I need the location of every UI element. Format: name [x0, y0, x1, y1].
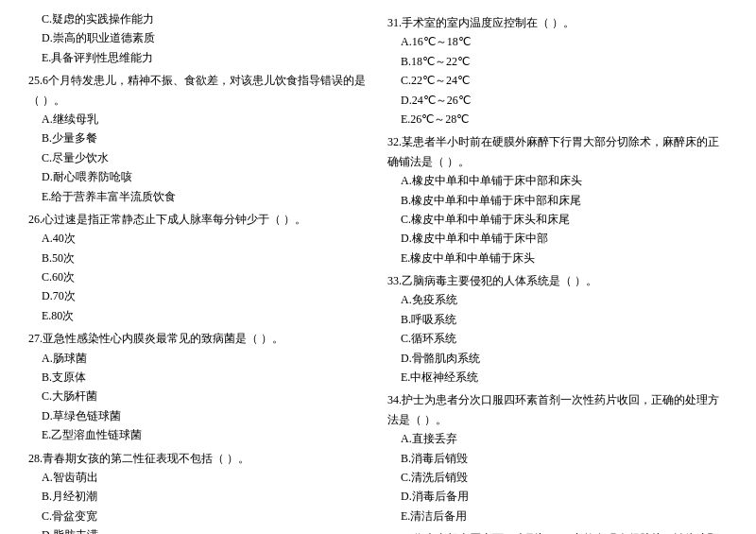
option: C.疑虑的实践操作能力 — [28, 9, 369, 28]
option: E.给于营养丰富半流质饮食 — [28, 187, 369, 206]
option-text: A.继续母乳 — [42, 112, 98, 126]
option-text: C.大肠杆菌 — [42, 389, 97, 403]
question-number: 26.心过速是指正常静态止下成人脉率每分钟少于（ ）。 — [28, 213, 306, 226]
option-text: C.循环系统 — [401, 332, 456, 345]
option: A.40次 — [28, 229, 369, 248]
question: 25.6个月特发患儿，精神不振、食欲差，对该患儿饮食指导错误的是（ ）。 — [28, 71, 369, 110]
option-text: D.24℃～26℃ — [401, 94, 471, 107]
option: A.直接丢弃 — [387, 429, 728, 448]
option-text: E.26℃～28℃ — [401, 112, 469, 126]
option-text: B.消毒后销毁 — [401, 452, 468, 465]
option: C.22℃～24℃ — [387, 71, 728, 90]
option-text: B.50次 — [42, 251, 75, 265]
option: B.橡皮中单和中单铺于床中部和床尾 — [387, 191, 728, 210]
option-text: A.直接丢弃 — [401, 432, 457, 445]
option: A.橡皮中单和中单铺于床中部和床头 — [387, 171, 728, 190]
option-text: D.崇高的职业道德素质 — [42, 31, 155, 44]
option-text: C.60次 — [42, 270, 75, 284]
option: E.乙型溶血性链球菌 — [28, 425, 369, 444]
option: B.少量多餐 — [28, 129, 369, 147]
option-text: D.70次 — [42, 289, 76, 302]
option-text: A.橡皮中单和中单铺于床中部和床头 — [401, 174, 582, 187]
option: D.70次 — [28, 286, 369, 305]
option-text: D.脂肪丰满 — [42, 528, 98, 534]
option-text: E.中枢神经系统 — [401, 370, 478, 384]
question-number: 34.护士为患者分次口服四环素首剂一次性药片收回，正确的处理方法是（ ）。 — [387, 393, 719, 425]
option: A.智齿萌出 — [28, 468, 369, 487]
option: B.50次 — [28, 249, 369, 267]
option: D.24℃～26℃ — [387, 91, 728, 110]
question: 28.青春期女孩的第二性征表现不包括（ ）。 — [28, 449, 369, 468]
option-text: C.尽量少饮水 — [42, 151, 109, 164]
option: C.60次 — [28, 267, 369, 286]
question: 33.乙脑病毒主要侵犯的人体系统是（ ）。 — [387, 271, 728, 290]
option: E.中枢神经系统 — [387, 368, 728, 387]
option: B.月经初潮 — [28, 487, 369, 506]
question: 31.手术室的室内温度应控制在（ ）。 — [387, 13, 728, 32]
option: C.清洗后销毁 — [387, 468, 728, 487]
option-text: B.支原体 — [42, 370, 86, 384]
option: C.橡皮中单和中单铺于床头和床尾 — [387, 210, 728, 229]
question: 35.一位患者想去买东西，走到门口，突然发现人很脏挤，认为这预示着自己要大难临头… — [387, 529, 728, 534]
option-text: B.橡皮中单和中单铺于床中部和床尾 — [401, 194, 581, 207]
option-text: D.耐心喂养防呛咳 — [42, 170, 132, 183]
option-text: D.骨骼肌肉系统 — [401, 352, 480, 365]
question: 32.某患者半小时前在硬膜外麻醉下行胃大部分切除术，麻醉床的正确铺法是（ ）。 — [387, 132, 728, 171]
option: B.消毒后销毁 — [387, 449, 728, 468]
question-number: 31.手术室的室内温度应控制在（ ）。 — [387, 16, 575, 29]
option-text: D.橡皮中单和中单铺于床中部 — [401, 232, 548, 245]
option-text: E.清洁后备用 — [401, 509, 467, 523]
option: A.继续母乳 — [28, 110, 369, 129]
option-text: C.疑虑的实践操作能力 — [42, 12, 154, 26]
option-text: E.给于营养丰富半流质饮食 — [42, 190, 176, 203]
question-number: 27.亚急性感染性心内膜炎最常见的致病菌是（ ）。 — [28, 332, 284, 345]
option: D.脂肪丰满 — [28, 525, 369, 534]
option-text: C.骨盆变宽 — [42, 509, 97, 523]
option: B.18℃～22℃ — [387, 52, 728, 71]
option-text: B.18℃～22℃ — [401, 55, 470, 68]
right-column: 31.手术室的室内温度应控制在（ ）。A.16℃～18℃B.18℃～22℃C.2… — [387, 9, 728, 534]
option: E.26℃～28℃ — [387, 110, 728, 129]
option-text: A.免疫系统 — [401, 293, 457, 306]
question: 34.护士为患者分次口服四环素首剂一次性药片收回，正确的处理方法是（ ）。 — [387, 390, 728, 429]
option: B.呼吸系统 — [387, 310, 728, 329]
page-container: C.疑虑的实践操作能力D.崇高的职业道德素质E.具备评判性思维能力25.6个月特… — [28, 9, 728, 534]
question: 26.心过速是指正常静态止下成人脉率每分钟少于（ ）。 — [28, 210, 369, 229]
question-number: 25.6个月特发患儿，精神不振、食欲差，对该患儿饮食指导错误的是（ ）。 — [28, 74, 366, 106]
option: D.草绿色链球菌 — [28, 406, 369, 425]
option: C.循环系统 — [387, 329, 728, 348]
option-text: E.80次 — [42, 309, 74, 322]
option: E.具备评判性思维能力 — [28, 48, 369, 67]
option: D.耐心喂养防呛咳 — [28, 167, 369, 186]
option-text: B.呼吸系统 — [401, 313, 456, 326]
option-text: A.40次 — [42, 232, 76, 245]
question-number: 33.乙脑病毒主要侵犯的人体系统是（ ）。 — [387, 274, 597, 287]
option: E.橡皮中单和中单铺于床头 — [387, 249, 728, 267]
option-text: D.草绿色链球菌 — [42, 409, 121, 422]
option-text: A.16℃～18℃ — [401, 35, 471, 48]
option-text: B.少量多餐 — [42, 131, 97, 145]
option-text: E.具备评判性思维能力 — [42, 51, 153, 64]
option-text: D.消毒后备用 — [401, 490, 469, 503]
option-text: E.乙型溶血性链球菌 — [42, 428, 142, 441]
option: E.80次 — [28, 306, 369, 325]
option: E.清洁后备用 — [387, 507, 728, 525]
option: D.崇高的职业道德素质 — [28, 28, 369, 47]
question: 27.亚急性感染性心内膜炎最常见的致病菌是（ ）。 — [28, 329, 369, 348]
question-number: 32.某患者半小时前在硬膜外麻醉下行胃大部分切除术，麻醉床的正确铺法是（ ）。 — [387, 135, 719, 167]
option: D.橡皮中单和中单铺于床中部 — [387, 229, 728, 248]
option: A.免疫系统 — [387, 290, 728, 309]
option-text: B.月经初潮 — [42, 490, 97, 503]
option: A.16℃～18℃ — [387, 32, 728, 51]
option-text: E.橡皮中单和中单铺于床头 — [401, 251, 535, 265]
option: C.尽量少饮水 — [28, 148, 369, 167]
option-text: C.橡皮中单和中单铺于床头和床尾 — [401, 213, 570, 226]
option: C.大肠杆菌 — [28, 387, 369, 405]
question-number: 28.青春期女孩的第二性征表现不包括（ ）。 — [28, 452, 249, 465]
left-column: C.疑虑的实践操作能力D.崇高的职业道德素质E.具备评判性思维能力25.6个月特… — [28, 9, 369, 534]
option: A.肠球菌 — [28, 349, 369, 368]
option-text: A.智齿萌出 — [42, 471, 98, 484]
option-text: C.清洗后销毁 — [401, 471, 468, 484]
option-text: A.肠球菌 — [42, 352, 87, 365]
option: C.骨盆变宽 — [28, 507, 369, 525]
